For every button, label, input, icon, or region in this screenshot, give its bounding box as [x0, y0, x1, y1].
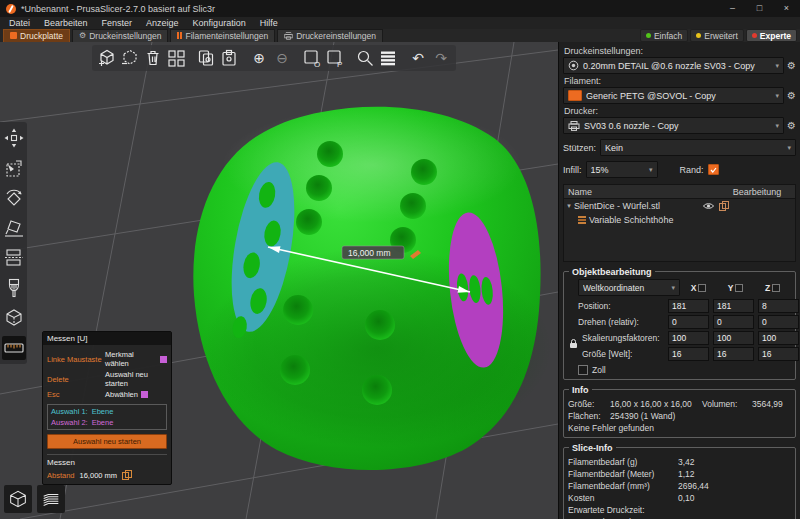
tab-druckereinstellungen[interactable]: Druckereinstellungen	[277, 29, 383, 43]
delete-model-icon[interactable]	[119, 47, 141, 69]
delete-all-icon[interactable]	[142, 47, 164, 69]
mode-experte-button[interactable]: Experte	[746, 29, 797, 42]
chevron-down-icon: ▾	[776, 92, 780, 100]
scale-z-field[interactable]: 100	[758, 331, 799, 345]
object-list: Name Bearbeitung ▾ SilentDice - Würfel.s…	[563, 184, 796, 262]
rotate-icon[interactable]	[2, 186, 26, 210]
print-settings-gear-icon[interactable]: ⚙	[787, 61, 796, 71]
menu-anzeige[interactable]: Anzeige	[139, 18, 186, 28]
menu-konfiguration[interactable]: Konfiguration	[186, 18, 253, 28]
object-row[interactable]: ▾ SilentDice - Würfel.stl	[564, 199, 795, 213]
scale-icon[interactable]	[2, 156, 26, 180]
minimize-button[interactable]: –	[719, 0, 746, 17]
print-time-label: Erwartete Druckzeit:	[568, 505, 645, 515]
copy-value-icon[interactable]	[122, 470, 132, 480]
arrange-icon[interactable]	[165, 47, 187, 69]
volume-label: Volumen:	[702, 399, 752, 409]
lock-icon[interactable]	[569, 338, 578, 349]
position-y-field[interactable]: 181	[713, 299, 754, 313]
variable-layer-height-icon[interactable]	[377, 47, 399, 69]
brim-checkbox[interactable]	[708, 164, 719, 175]
edit-copy-icon[interactable]	[719, 201, 729, 211]
add-instance-icon[interactable]: ⊕	[248, 47, 270, 69]
menu-bearbeiten[interactable]: Bearbeiten	[37, 18, 95, 28]
size-y-field[interactable]: 16	[713, 347, 754, 361]
infill-label: Infill:	[563, 165, 582, 175]
distance-label: Abstand	[47, 471, 75, 480]
chevron-down-icon: ▾	[649, 166, 653, 174]
filament-m-value: 1,12	[678, 469, 695, 479]
axis-z-checkbox[interactable]	[772, 284, 780, 292]
3d-viewport[interactable]: 16,000 mm ⊕ ⊖ O P	[0, 42, 558, 519]
paste-icon[interactable]	[218, 47, 240, 69]
shortcut-action: Merkmal wählen	[105, 350, 157, 368]
facets-value: 254390 (1 Wand)	[610, 411, 675, 421]
seam-icon[interactable]	[2, 306, 26, 330]
scale-x-field[interactable]: 100	[668, 331, 709, 345]
yellow-dot-icon	[696, 33, 701, 38]
move-icon[interactable]	[2, 126, 26, 150]
column-name: Name	[564, 187, 697, 197]
remove-instance-icon[interactable]: ⊖	[271, 47, 293, 69]
rotate-y-field[interactable]: 0	[713, 315, 754, 329]
layer-height-label: Variable Schichthöhe	[589, 215, 795, 225]
mode-einfach-button[interactable]: Einfach	[640, 29, 688, 42]
window-controls: – □ ×	[719, 0, 800, 17]
filament-icon	[177, 32, 182, 39]
rotate-label: Drehen (relativ):	[568, 317, 668, 327]
supports-combo[interactable]: Kein ▾	[600, 139, 796, 156]
filament-gear-icon[interactable]: ⚙	[787, 91, 796, 101]
split-to-parts-icon[interactable]: P	[324, 47, 346, 69]
close-button[interactable]: ×	[773, 0, 800, 17]
magenta-swatch	[160, 356, 167, 363]
mode-erweitert-button[interactable]: Erweitert	[690, 29, 744, 42]
size-label: Größe [Welt]:	[568, 349, 668, 359]
printer-gear-icon[interactable]: ⚙	[787, 121, 796, 131]
inches-checkbox[interactable]	[578, 365, 588, 375]
collapse-caret-icon[interactable]: ▾	[564, 202, 574, 210]
dice-model[interactable]: 16,000 mm	[172, 100, 558, 478]
menu-datei[interactable]: Datei	[2, 18, 37, 28]
redo-icon[interactable]: ↷	[430, 47, 452, 69]
shortcut-key: Delete	[47, 375, 105, 384]
rotate-z-field[interactable]: 0	[758, 315, 799, 329]
menu-hilfe[interactable]: Hilfe	[253, 18, 285, 28]
layer-height-row[interactable]: Variable Schichthöhe	[564, 213, 795, 227]
restart-selection-button[interactable]: Auswahl neu starten	[47, 434, 167, 449]
rotate-x-field[interactable]: 0	[668, 315, 709, 329]
eye-icon[interactable]	[703, 202, 714, 210]
size-z-field[interactable]: 16	[758, 347, 799, 361]
size-x-field[interactable]: 16	[668, 347, 709, 361]
coordinate-system-combo[interactable]: Weltkoordinaten ▾	[578, 279, 680, 296]
undo-icon[interactable]: ↶	[407, 47, 429, 69]
add-model-icon[interactable]	[96, 47, 118, 69]
tab-filamenteinstellungen[interactable]: Filamenteinstellungen	[170, 29, 275, 43]
print-settings-combo[interactable]: 0.20mm DETAIL @0.6 nozzle SV03 - Copy ▾	[563, 57, 784, 74]
measure-icon[interactable]	[2, 336, 26, 360]
measure-panel-title[interactable]: Messen [U]	[43, 332, 171, 345]
split-to-objects-icon[interactable]: O	[301, 47, 323, 69]
search-icon[interactable]	[354, 47, 376, 69]
axis-y-checkbox[interactable]	[735, 284, 743, 292]
editor-view-icon[interactable]	[4, 485, 32, 513]
printer-combo[interactable]: SV03 0.6 nozzle - Copy ▾	[563, 117, 784, 134]
slice-info-title: Slice-Info	[569, 443, 616, 453]
place-on-face-icon[interactable]	[2, 216, 26, 240]
chevron-down-icon: ▾	[776, 122, 780, 130]
maximize-button[interactable]: □	[746, 0, 773, 17]
red-dot-icon	[752, 33, 757, 38]
prusaslicer-window: *Unbenannt - PrusaSlicer-2.7.0 basiert a…	[0, 0, 800, 519]
position-x-field[interactable]: 181	[668, 299, 709, 313]
filament-combo[interactable]: Generic PETG @SOVOL - Copy ▾	[563, 87, 784, 104]
cut-icon[interactable]	[2, 246, 26, 270]
axis-x-checkbox[interactable]	[698, 284, 706, 292]
paint-supports-icon[interactable]	[2, 276, 26, 300]
copy-icon[interactable]	[195, 47, 217, 69]
tab-druckplatte[interactable]: Druckplatte	[3, 29, 70, 43]
tab-druckeinstellungen[interactable]: ⚙ Druckeinstellungen	[72, 29, 168, 43]
menu-fenster[interactable]: Fenster	[95, 18, 140, 28]
position-z-field[interactable]: 8	[758, 299, 799, 313]
infill-combo[interactable]: 15% ▾	[586, 161, 658, 178]
scale-y-field[interactable]: 100	[713, 331, 754, 345]
preview-view-icon[interactable]	[37, 485, 65, 513]
